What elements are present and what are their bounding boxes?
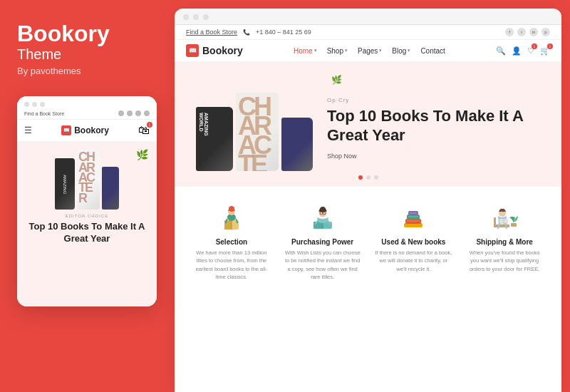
mobile-dot-1: [24, 102, 29, 107]
mobile-instagram-icon: [135, 110, 141, 116]
selection-icon: [213, 200, 250, 234]
desktop-mockup: Find a Book Store 📞 +1 840 – 841 25 69 f…: [175, 9, 561, 392]
mobile-nav: ☰ 📖 Bookory 🛍: [17, 120, 157, 142]
world-text: AMAZINGWORLD: [199, 113, 209, 136]
pinterest-icon[interactable]: p: [542, 28, 550, 36]
user-icon[interactable]: 👤: [512, 46, 522, 56]
purchasing-title: Purchasing Power: [291, 238, 353, 246]
site-menu: Home ▾ Shop ▾ Pages ▾ Blog ▾ Contact: [294, 47, 445, 55]
hero-title: Top 10 Books To Make It A Great Year: [327, 106, 540, 145]
search-icon[interactable]: 🔍: [496, 46, 506, 56]
site-topbar: Find a Book Store 📞 +1 840 – 841 25 69 f…: [175, 25, 561, 40]
menu-contact-label: Contact: [420, 47, 445, 55]
chrome-dot-1: [183, 14, 189, 20]
site-nav: 📖 Bookory Home ▾ Shop ▾ Pages ▾ Blog ▾ C…: [175, 40, 561, 62]
facebook-icon[interactable]: f: [505, 28, 514, 36]
mobile-facebook-icon: [118, 110, 124, 116]
char-big-text: CHARACTER: [238, 97, 269, 171]
mobile-cart-icon[interactable]: 🛍: [138, 124, 150, 137]
site-topbar-left: Find a Book Store 📞 +1 840 – 841 25 69: [186, 29, 311, 36]
mobile-book-2: CHARACTER: [77, 149, 100, 210]
menu-shop-label: Shop: [327, 47, 343, 55]
mobile-twitter-icon: [127, 110, 133, 116]
used-new-title: Used & New books: [381, 238, 445, 246]
menu-item-shop[interactable]: Shop ▾: [327, 47, 348, 55]
mobile-hero: AMAZING CHARACTER 🌿 EDITOR CHOICE Top 10…: [17, 142, 157, 306]
used-new-icon: [395, 200, 432, 234]
mobile-topbar: Find a Book Store: [17, 96, 157, 120]
mobile-social-icons: [118, 110, 150, 116]
blog-chevron-icon: ▾: [408, 48, 410, 53]
menu-item-pages[interactable]: Pages ▾: [358, 47, 382, 55]
pages-chevron-icon: ▾: [379, 48, 382, 53]
browser-chrome: [175, 9, 561, 25]
mobile-logo: 📖 Bookory: [61, 125, 109, 135]
mobile-book-3: [102, 167, 119, 210]
left-panel: Bookory Theme By pavothemes Find a Book …: [0, 0, 175, 392]
shipping-title: Shipping & More: [476, 238, 532, 246]
hero-dot-1[interactable]: [358, 175, 363, 180]
feature-used-new: Used & New books If there is no demand f…: [374, 200, 452, 383]
menu-pages-label: Pages: [358, 47, 378, 55]
menu-blog-label: Blog: [392, 47, 406, 55]
mobile-pinterest-icon: [144, 110, 150, 116]
hero-books: AMAZINGWORLD CHARACTER: [196, 93, 313, 171]
hero-text: Op·Cry Top 10 Books To Make It A Great Y…: [313, 97, 540, 160]
brand-title: Bookory Theme By pavothemes: [17, 21, 110, 93]
svg-rect-17: [405, 219, 421, 224]
hero-carousel-dots: [358, 175, 378, 180]
phone-number: +1 840 – 841 25 69: [256, 29, 311, 36]
cart-badge: 1: [547, 43, 553, 49]
hero-dot-2[interactable]: [366, 175, 370, 180]
hamburger-icon[interactable]: ☰: [24, 125, 32, 135]
chrome-dot-3: [203, 14, 209, 20]
selection-desc: We have more than 13 million titles to c…: [192, 249, 271, 281]
char-text: CHARACTER: [78, 152, 94, 203]
svg-point-6: [229, 206, 234, 212]
shop-now-button[interactable]: Shop Now: [327, 153, 540, 160]
hero-book-1: AMAZINGWORLD: [196, 107, 233, 171]
svg-rect-25: [494, 217, 496, 227]
hero-book-2: CHARACTER: [236, 93, 279, 171]
social-icons: f t in p: [505, 28, 550, 36]
instagram-icon[interactable]: in: [529, 28, 538, 36]
mobile-mockup: Find a Book Store ☰ 📖 Bookory 🛍 AMAZING: [17, 96, 157, 306]
svg-rect-24: [494, 225, 509, 227]
mobile-dot-2: [32, 102, 37, 107]
svg-rect-23: [511, 223, 517, 227]
menu-item-blog[interactable]: Blog ▾: [392, 47, 410, 55]
logo-book-icon: 📖: [186, 44, 199, 57]
mobile-hero-title: Top 10 Books To Make It A Great Year: [24, 221, 150, 245]
leaf-decor-icon: 🌿: [136, 149, 148, 160]
chrome-dot-2: [193, 14, 199, 20]
mobile-book-1: AMAZING: [55, 158, 75, 210]
hero-dot-3[interactable]: [374, 175, 378, 180]
phone-icon: 📞: [243, 29, 250, 36]
site-actions: 🔍 👤 ♡ 1 🛒 1: [496, 46, 550, 56]
svg-rect-18: [407, 215, 420, 220]
mobile-logo-icon: 📖: [61, 125, 71, 135]
find-store-link[interactable]: Find a Book Store: [186, 29, 237, 36]
shop-chevron-icon: ▾: [345, 48, 348, 53]
menu-item-contact[interactable]: Contact: [420, 47, 445, 55]
shipping-icon: [486, 200, 523, 234]
features-section: Selection We have more than 13 million t…: [175, 187, 561, 392]
hero-section: AMAZINGWORLD CHARACTER 🌿 Op·Cry Top 10 B…: [175, 62, 561, 187]
mobile-hero-label: EDITOR CHOICE: [66, 214, 109, 218]
menu-home-label: Home: [294, 47, 313, 55]
site-logo-text: Bookory: [202, 45, 243, 56]
shipping-desc: When you've found the books you want we'…: [465, 249, 544, 273]
cart-icon[interactable]: 🛒 1: [540, 46, 550, 56]
menu-item-home[interactable]: Home ▾: [294, 47, 317, 55]
feature-selection: Selection We have more than 13 million t…: [192, 200, 271, 383]
wishlist-badge: 1: [532, 43, 537, 49]
home-chevron-icon: ▾: [314, 48, 317, 53]
site-logo: 📖 Bookory: [186, 44, 243, 57]
selection-title: Selection: [216, 238, 247, 246]
hero-book-3: [281, 118, 313, 171]
twitter-icon[interactable]: t: [517, 28, 526, 36]
purchasing-icon: [304, 200, 341, 234]
used-new-desc: If there is no demand for a book, we wil…: [374, 249, 452, 273]
wishlist-icon[interactable]: ♡ 1: [527, 46, 534, 56]
mobile-find-store: Find a Book Store: [24, 111, 64, 116]
